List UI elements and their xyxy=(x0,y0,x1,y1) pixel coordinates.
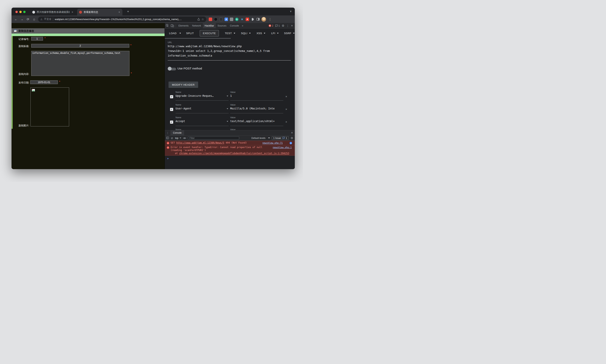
grammar-extension-icon[interactable]: G xyxy=(235,18,239,21)
remove-header-button[interactable]: × xyxy=(285,107,287,111)
remove-header-button[interactable]: × xyxy=(285,95,287,98)
sqli-menu-button[interactable]: SQLI xyxy=(241,32,251,35)
close-icon[interactable]: × xyxy=(71,11,74,13)
x-extension-icon[interactable]: ✕ xyxy=(240,18,244,21)
divider xyxy=(176,24,176,27)
lfi-menu-button[interactable]: LFI xyxy=(271,32,279,35)
record-extension-icon[interactable] xyxy=(214,18,217,21)
news-content-textarea[interactable]: information_schema,double_fish,mysql,per… xyxy=(31,51,129,76)
split-button[interactable]: SPLIT xyxy=(186,32,194,35)
address-bar[interactable]: ⚠ 不安全 wabjtam.ml:12380/News/newsView.php… xyxy=(38,17,206,22)
source-link[interactable]: newsView.php:1 xyxy=(273,146,292,149)
browser-menu-kebab-icon[interactable]: ⋮ xyxy=(268,18,272,21)
url-line: information_schema.schemata xyxy=(168,53,292,58)
devtools-menu-kebab-icon[interactable]: ⋮ xyxy=(286,24,289,27)
horizontal-scrollbar-thumb[interactable] xyxy=(165,38,231,39)
test-menu-button[interactable]: TEST xyxy=(225,32,235,35)
extension-icons: A G ✕ A ⋮ xyxy=(209,17,272,22)
reload-button[interactable]: ⟳ xyxy=(25,16,31,22)
console-settings-gear-icon[interactable]: ⚙ xyxy=(291,136,293,140)
context-selector[interactable]: top xyxy=(175,137,181,140)
minimize-window-button[interactable] xyxy=(19,11,22,13)
console-sidebar-icon[interactable] xyxy=(166,136,169,140)
tab-search-chevron-icon[interactable]: ∨ xyxy=(290,10,292,13)
tab-network[interactable]: Network xyxy=(190,23,203,28)
forward-button[interactable]: → xyxy=(19,16,25,22)
console-drawer-tab[interactable]: Console xyxy=(170,130,184,135)
header-value-value[interactable]: text/html,application/xhtml+ xyxy=(230,120,281,123)
check-icon: ✓ xyxy=(171,108,173,111)
close-icon[interactable]: × xyxy=(118,11,121,13)
load-dropdown-icon[interactable] xyxy=(179,33,181,34)
header-row: ✓ Name User-Agent Value Mozilla/5.0 (Mac… xyxy=(165,103,295,114)
devtools-settings-gear-icon[interactable]: ⚙ xyxy=(282,24,284,27)
request-url-link[interactable]: http://www.wabjtam.ml:12380/News/5 xyxy=(176,142,224,144)
source-link[interactable]: newsView.php:71 xyxy=(262,142,283,144)
tab-console[interactable]: Console xyxy=(228,23,241,28)
header-enabled-checkbox[interactable]: ✓ xyxy=(170,95,173,98)
extensions-puzzle-icon[interactable] xyxy=(251,18,254,21)
back-button[interactable]: ← xyxy=(13,16,19,22)
more-tabs-icon[interactable]: » xyxy=(241,24,244,27)
device-toolbar-icon[interactable] xyxy=(170,23,175,28)
bookmark-star-icon[interactable]: ☆ xyxy=(202,18,204,21)
post-method-toggle-thumb[interactable] xyxy=(168,67,172,71)
console-prompt[interactable]: > xyxy=(165,156,295,160)
publish-date-label: 发布日期: xyxy=(15,81,29,84)
share-icon[interactable] xyxy=(197,18,200,21)
clear-console-icon[interactable]: ⊘ xyxy=(171,137,173,140)
shield-extension-icon[interactable] xyxy=(209,18,212,21)
translate-extension-icon[interactable]: A xyxy=(225,18,228,21)
tab-elements[interactable]: Elements xyxy=(177,23,190,28)
pdf-extension-icon[interactable]: A xyxy=(246,18,249,21)
message-count-badge[interactable]: 1 xyxy=(275,24,280,27)
url-field[interactable]: http://www.wabjtam.ml:12380/News/newsVie… xyxy=(168,44,292,58)
log-levels-selector[interactable]: Default levels xyxy=(252,137,270,140)
header-name-value[interactable]: Accept xyxy=(175,120,226,123)
side-panel-icon[interactable] xyxy=(256,18,260,21)
inspect-element-icon[interactable] xyxy=(165,23,170,28)
header-enabled-checkbox[interactable]: ✓ xyxy=(170,120,173,124)
maximize-window-button[interactable] xyxy=(23,11,26,13)
new-tab-button[interactable]: + xyxy=(126,9,130,14)
header-name-value[interactable]: User-Agent xyxy=(175,107,226,110)
issue-indicator-icon[interactable] xyxy=(290,142,292,144)
stack-link[interactable]: chrome-extension://pejdijmoenmkgeppbflob… xyxy=(179,152,289,155)
url-text[interactable]: wabjtam.ml:12380/News/newsView.php?newsI… xyxy=(55,18,196,21)
header-enabled-checkbox[interactable]: ✓ xyxy=(170,108,173,111)
security-label[interactable]: 不安全 xyxy=(44,18,52,21)
load-button[interactable]: LOAD xyxy=(169,32,176,35)
issues-chip[interactable]: 1 Issue: 1 xyxy=(272,136,289,140)
record-id-input[interactable] xyxy=(31,37,43,40)
publish-date-input[interactable] xyxy=(30,80,58,84)
profile-avatar[interactable] xyxy=(261,17,266,22)
header-value-value[interactable]: 1 xyxy=(230,94,281,97)
drawer-close-icon[interactable]: × xyxy=(289,131,295,135)
chevron-down-icon[interactable] xyxy=(227,96,228,97)
news-title-input[interactable] xyxy=(31,44,129,48)
modify-header-button[interactable]: MODIFY HEADER xyxy=(168,81,198,88)
home-button[interactable]: ⌂ xyxy=(31,16,37,22)
chevron-down-icon[interactable] xyxy=(227,121,228,122)
keys-extension-icon[interactable] xyxy=(230,18,233,21)
tab-grades-system[interactable]: 西川传媒学院教务选课成绩系统 × xyxy=(30,9,76,15)
chevron-down-icon[interactable] xyxy=(227,108,228,109)
tab-sources[interactable]: Sources xyxy=(216,23,228,28)
green-accent-bar xyxy=(12,34,165,36)
tab-hackbar[interactable]: HackBar xyxy=(203,23,216,28)
xss-menu-button[interactable]: XSS xyxy=(256,32,265,35)
live-expression-eye-icon[interactable] xyxy=(183,136,186,140)
remove-header-button[interactable]: × xyxy=(285,120,287,123)
devtools-close-icon[interactable]: × xyxy=(291,24,293,27)
close-window-button[interactable] xyxy=(15,11,18,13)
value-label: Value xyxy=(230,104,235,106)
tab-news-view[interactable]: 查看新闻信息 × xyxy=(77,9,122,15)
header-value-value[interactable]: Mozilla/5.0 (Macintosh; Inte xyxy=(230,107,281,110)
console-filter-input[interactable] xyxy=(188,136,239,140)
header-name-value[interactable]: Upgrade-Insecure-Reques… xyxy=(175,94,226,97)
execute-button[interactable]: EXECUTE xyxy=(200,30,219,37)
drawer-menu-kebab-icon[interactable]: ⋮ xyxy=(165,131,170,134)
error-count-badge[interactable]: ✕ 2 xyxy=(269,24,273,27)
ssrf-menu-button[interactable]: SSRF xyxy=(284,32,295,35)
clipboard-extension-icon[interactable] xyxy=(219,18,223,21)
